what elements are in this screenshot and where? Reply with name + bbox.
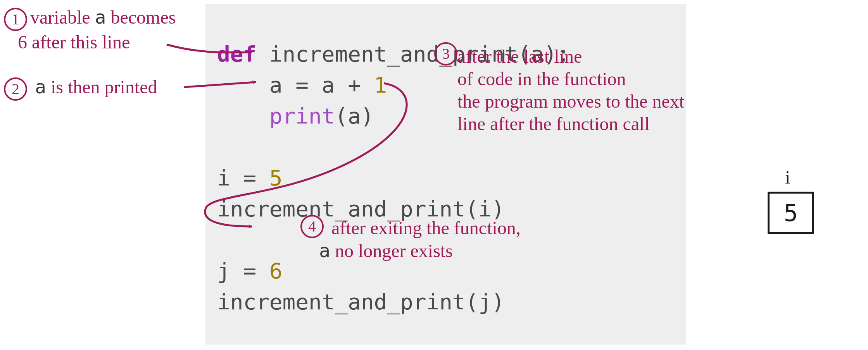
annotation-4: 4 after exiting the function, a no longe… <box>300 215 521 262</box>
code-line-2: a = a + 1 <box>217 72 387 98</box>
annotation-1: 1variable a becomes 6 after this line <box>4 6 176 53</box>
step-badge-4: 4 <box>300 215 324 238</box>
code-line-8: j = 6 <box>217 258 283 283</box>
keyword-def: def <box>217 41 256 67</box>
memory-var-i-box: 5 <box>768 192 814 234</box>
annotation-3: 3 after the last line of code in the fun… <box>434 41 684 135</box>
memory-var-i-value: 5 <box>784 199 798 226</box>
code-line-5: i = 5 <box>217 165 283 190</box>
code-line-9: increment_and_print(j) <box>217 289 505 314</box>
step-badge-3: 3 <box>434 42 457 65</box>
step-badge-1: 1 <box>4 8 27 31</box>
step-badge-2: 2 <box>4 77 27 101</box>
memory-var-i-label: i <box>785 166 790 188</box>
code-line-3: print(a) <box>217 103 374 129</box>
diagram-stage: def increment_and_print(a): a = a + 1 pr… <box>0 0 868 350</box>
annotation-2: 2 a is then printed <box>4 75 157 101</box>
